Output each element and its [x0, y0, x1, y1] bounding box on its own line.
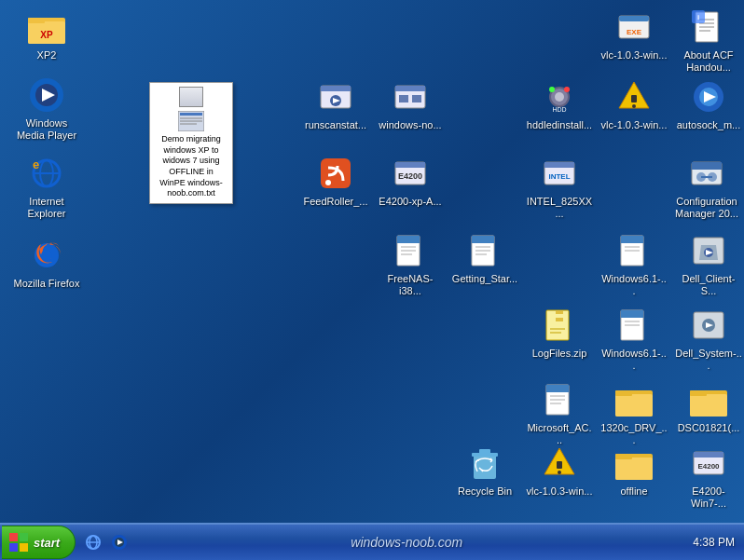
- microsoft-ac-icon: [541, 381, 578, 418]
- icon-logfiles-zip[interactable]: LogFiles.zip: [522, 303, 597, 363]
- svg-rect-66: [472, 236, 494, 243]
- autosock-icon: [690, 78, 727, 116]
- svg-rect-2: [28, 18, 45, 23]
- svg-rect-61: [397, 236, 420, 243]
- svg-rect-56: [692, 162, 722, 170]
- svg-rect-110: [615, 454, 632, 459]
- vlc-mid1-icon: [615, 78, 653, 116]
- svg-rect-42: [631, 95, 637, 102]
- offline-label: offline: [620, 485, 647, 498]
- dell-client-icon: [690, 232, 727, 269]
- vlc-bottom-label: vlc-1.0.3-win...: [527, 485, 593, 498]
- icon-getting-star[interactable]: Getting_Star...: [448, 228, 522, 289]
- feedroller-label: FeedRoller_...: [303, 196, 367, 208]
- icon-windows61-2[interactable]: Windows6.1-...: [597, 303, 671, 376]
- icon-dell-system[interactable]: Dell_System-...: [671, 303, 744, 376]
- icon-config-mgr[interactable]: Configuration Manager 20...: [669, 151, 744, 224]
- icon-dell-client[interactable]: Dell_Client-S...: [671, 228, 744, 301]
- windows61-2-icon: [615, 307, 653, 344]
- clock-time: 4:38 PM: [693, 536, 735, 549]
- recycle-bin-label: Recycle Bin: [458, 485, 512, 498]
- autosock-label: autosock_m...: [677, 119, 740, 131]
- svg-point-12: [41, 250, 52, 261]
- svg-rect-97: [615, 394, 653, 417]
- ie-label: Internet Explorer: [13, 196, 80, 220]
- taskbar-media-icon[interactable]: [109, 532, 130, 553]
- icon-hddledinstall[interactable]: HDD hddledinstall...: [522, 75, 597, 135]
- taskbar: start windows-noob.com 4:38 PM: [0, 523, 744, 560]
- icon-dsc01821[interactable]: DSC01821(...: [671, 377, 744, 438]
- vlc-bottom-icon: [541, 444, 578, 482]
- icon-e4200-xp[interactable]: E4200 E4200-xp-A...: [373, 151, 448, 212]
- svg-text:E4200: E4200: [398, 171, 422, 181]
- taskbar-ie-icon[interactable]: [83, 532, 103, 553]
- svg-rect-35: [412, 95, 421, 102]
- icon-offline[interactable]: offline: [597, 441, 671, 501]
- svg-rect-117: [20, 543, 28, 552]
- icon-runscanstat[interactable]: runscanstat...: [298, 75, 373, 135]
- icon-about-acf[interactable]: i About ACF Handou...: [671, 5, 744, 77]
- svg-point-43: [632, 104, 636, 108]
- xp2-label: XP2: [37, 49, 57, 61]
- icon-microsoft-ac[interactable]: Microsoft_AC...: [522, 377, 597, 450]
- svg-rect-79: [556, 314, 563, 318]
- freenas-icon: [392, 232, 429, 269]
- windows-no-icon: [392, 78, 429, 116]
- wmp-icon: [28, 76, 65, 114]
- intel-icon: INTEL: [541, 155, 578, 192]
- icon-windows-no[interactable]: windows-no...: [373, 75, 448, 135]
- getting-star-icon: [466, 232, 503, 269]
- icon-intel[interactable]: INTEL INTEL_825XX...: [522, 151, 597, 224]
- taskbar-clock[interactable]: 4:38 PM: [683, 536, 744, 549]
- icon-autosock[interactable]: autosock_m...: [671, 75, 744, 135]
- freenas-label: FreeNAS-i38...: [377, 273, 444, 297]
- icon-windows-media-player[interactable]: Windows Media Player: [9, 73, 84, 145]
- icon-e4200-win7[interactable]: E4200 E4200-Win7-...: [671, 441, 744, 513]
- svg-rect-71: [621, 236, 643, 243]
- svg-rect-34: [399, 95, 408, 102]
- windows61-1-icon: [615, 232, 653, 269]
- e4200-win7-label: E4200-Win7-...: [675, 485, 742, 510]
- icon-vlc-mid1[interactable]: vlc-1.0.3-win...: [597, 75, 671, 135]
- svg-rect-19: [619, 16, 649, 21]
- icon-recycle-bin[interactable]: Recycle Bin: [448, 441, 522, 501]
- dell-system-icon: [690, 307, 727, 344]
- icon-1320c-drv[interactable]: 1320c_DRV_...: [597, 377, 671, 450]
- svg-rect-14: [180, 113, 202, 116]
- about-acf-label: About ACF Handou...: [675, 49, 742, 74]
- svg-rect-80: [556, 318, 563, 321]
- svg-text:HDD: HDD: [552, 106, 566, 113]
- icon-internet-explorer[interactable]: e Internet Explorer: [9, 151, 84, 224]
- icon-feedroller[interactable]: FeedRoller_...: [298, 151, 373, 212]
- vlc-top1-icon: EXE: [615, 8, 653, 46]
- intel-label: INTEL_825XX...: [526, 196, 593, 220]
- config-mgr-label: Configuration Manager 20...: [673, 196, 740, 220]
- firefox-icon: [28, 237, 65, 274]
- hddledinstall-icon: HDD: [541, 78, 578, 116]
- svg-rect-100: [690, 394, 727, 417]
- firefox-label: Mozilla Firefox: [14, 278, 80, 290]
- svg-text:EXE: EXE: [627, 28, 642, 36]
- vlc-top1-label: vlc-1.0.3-win...: [601, 49, 668, 61]
- start-button[interactable]: start: [2, 526, 76, 559]
- svg-rect-115: [20, 533, 28, 541]
- svg-rect-116: [9, 543, 18, 552]
- icon-mozilla-firefox[interactable]: Mozilla Firefox: [9, 233, 84, 294]
- config-mgr-icon: [688, 155, 725, 192]
- icon-freenas[interactable]: FreeNAS-i38...: [373, 228, 448, 301]
- svg-rect-78: [556, 310, 563, 314]
- svg-rect-33: [395, 86, 425, 91]
- dsc01821-label: DSC01821(...: [678, 422, 740, 434]
- icon-vlc-bottom[interactable]: vlc-1.0.3-win...: [522, 441, 597, 501]
- icon-vlc-top1[interactable]: EXE vlc-1.0.3-win...: [597, 5, 671, 65]
- dsc01821-icon: [690, 381, 727, 418]
- icon-xp2[interactable]: XP XP2: [9, 5, 84, 65]
- svg-rect-106: [557, 461, 562, 469]
- svg-rect-104: [479, 449, 490, 454]
- memo-box: Demo migrating windows XP to widows 7 us…: [149, 82, 233, 204]
- vlc-mid1-label: vlc-1.0.3-win...: [601, 119, 668, 131]
- icon-windows61-1[interactable]: Windows6.1-...: [597, 228, 671, 301]
- wmp-label: Windows Media Player: [13, 117, 80, 142]
- svg-rect-92: [546, 385, 569, 392]
- memo-icon[interactable]: Demo migrating windows XP to widows 7 us…: [149, 82, 233, 204]
